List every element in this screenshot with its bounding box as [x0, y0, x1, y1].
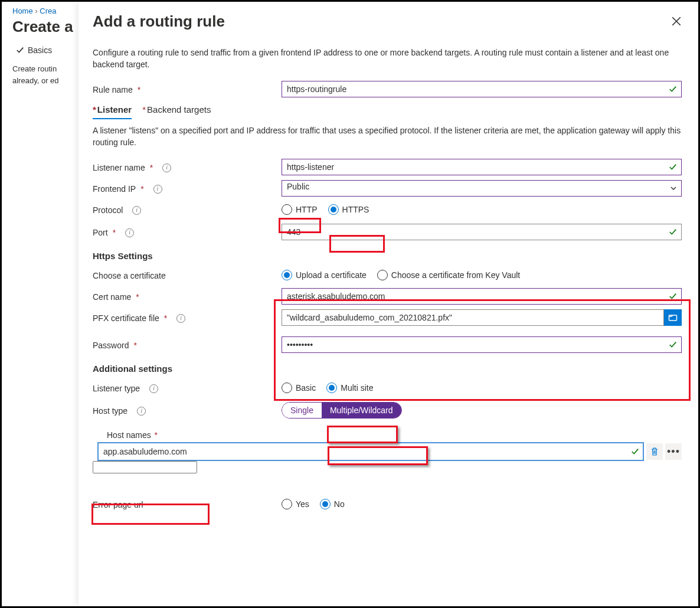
- host-type-label: Host type: [93, 406, 127, 416]
- cert-keyvault-radio[interactable]: Choose a certificate from Key Vault: [377, 270, 520, 280]
- protocol-http-radio[interactable]: HTTP: [282, 204, 318, 215]
- rule-name-input[interactable]: [282, 81, 682, 97]
- info-icon[interactable]: i: [153, 185, 162, 194]
- info-icon[interactable]: i: [149, 384, 158, 393]
- breadcrumb-crea[interactable]: Crea: [40, 6, 56, 15]
- host-type-multiple-pill[interactable]: Multiple/Wildcard: [322, 403, 401, 418]
- tab-listener[interactable]: *Listener: [93, 102, 132, 118]
- protocol-https-radio[interactable]: HTTPS: [328, 204, 369, 215]
- port-label: Port: [93, 228, 108, 237]
- listener-name-label: Listener name: [93, 163, 145, 172]
- listener-type-label: Listener type: [93, 384, 140, 393]
- error-page-no-radio[interactable]: No: [320, 499, 345, 509]
- info-icon[interactable]: i: [176, 314, 185, 323]
- trash-icon: [650, 447, 659, 456]
- cert-name-input[interactable]: [282, 288, 682, 305]
- frontend-ip-select[interactable]: Public: [282, 180, 682, 197]
- more-icon: •••: [667, 446, 680, 457]
- frontend-ip-label: Frontend IP: [93, 184, 136, 194]
- cert-name-label: Cert name: [93, 292, 131, 302]
- choose-cert-label: Choose a certificate: [93, 271, 166, 280]
- https-settings-heading: Https Settings: [93, 251, 682, 261]
- bg-hint: Create routin already, or ed: [12, 63, 77, 86]
- info-icon[interactable]: i: [162, 164, 171, 172]
- breadcrumb-home[interactable]: Home: [12, 6, 33, 15]
- host-name-input[interactable]: [97, 442, 644, 461]
- browse-file-button[interactable]: [664, 309, 682, 326]
- additional-settings-heading: Additional settings: [93, 364, 682, 374]
- tab-backend-targets[interactable]: *Backend targets: [142, 102, 211, 118]
- pfx-file-input[interactable]: [282, 309, 664, 326]
- listener-description: A listener "listens" on a specified port…: [93, 125, 682, 148]
- cert-upload-radio[interactable]: Upload a certificate: [282, 270, 367, 280]
- checkmark-icon: [16, 46, 24, 54]
- password-input[interactable]: [282, 336, 682, 353]
- password-label: Password: [93, 341, 129, 350]
- more-hostname-button[interactable]: •••: [665, 443, 682, 460]
- rule-name-label: Rule name: [93, 85, 133, 94]
- info-icon[interactable]: i: [132, 206, 141, 215]
- blade-description: Configure a routing rule to send traffic…: [93, 47, 682, 70]
- pfx-file-label: PFX certificate file: [93, 313, 159, 323]
- error-page-label: Error page url: [93, 500, 143, 509]
- port-input[interactable]: [282, 224, 682, 240]
- listener-name-input[interactable]: [282, 159, 682, 175]
- error-page-yes-radio[interactable]: Yes: [282, 499, 309, 509]
- host-type-single-pill[interactable]: Single: [282, 403, 322, 418]
- info-icon[interactable]: i: [137, 407, 146, 416]
- host-name-input-extra[interactable]: [93, 461, 197, 473]
- folder-icon: [668, 313, 678, 322]
- listener-type-multi-radio[interactable]: Multi site: [326, 383, 373, 393]
- protocol-label: Protocol: [93, 205, 123, 215]
- close-icon[interactable]: [671, 16, 682, 27]
- host-names-label: Host names: [107, 430, 151, 440]
- info-icon[interactable]: i: [125, 228, 134, 237]
- blade-title: Add a routing rule: [93, 12, 225, 31]
- listener-type-basic-radio[interactable]: Basic: [282, 383, 316, 393]
- delete-hostname-button[interactable]: [646, 443, 663, 460]
